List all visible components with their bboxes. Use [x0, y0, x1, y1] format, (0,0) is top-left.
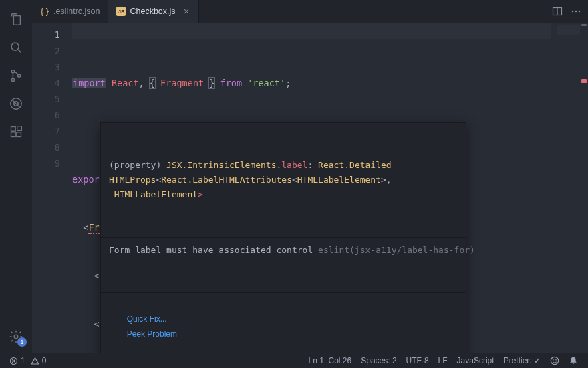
- svg-point-13: [575, 11, 577, 13]
- svg-point-18: [555, 359, 557, 361]
- eol-status[interactable]: LF: [434, 356, 452, 365]
- status-bar: 1 0 Ln 1, Col 26 Spaces: 2 UTF-8 LF Java…: [0, 353, 588, 368]
- tab-label: .eslintrc.json: [53, 7, 100, 16]
- line-number: 4: [32, 75, 72, 91]
- braces-icon: { }: [40, 7, 49, 16]
- debug-disabled-icon[interactable]: [0, 90, 32, 118]
- minimap[interactable]: [557, 25, 580, 159]
- quick-fix-link[interactable]: Quick Fix...: [127, 314, 167, 324]
- svg-point-17: [553, 359, 554, 361]
- activity-bar: 1: [0, 0, 32, 353]
- manage-badge: 1: [17, 337, 27, 347]
- line-number: 6: [32, 107, 72, 123]
- cursor-position[interactable]: Ln 1, Col 26: [304, 356, 357, 365]
- svg-point-12: [572, 11, 574, 13]
- editor-tabs: { } .eslintrc.json JS Checkbox.js: [32, 0, 588, 23]
- explorer-icon[interactable]: [0, 5, 32, 33]
- encoding-status[interactable]: UTF-8: [402, 356, 434, 365]
- manage-icon[interactable]: 1: [0, 323, 32, 351]
- hover-message: Form label must have associated control …: [101, 237, 466, 263]
- line-number: 8: [32, 139, 72, 155]
- editor[interactable]: 1 2 3 4 5 6 7 8 9 import React, { Fragme…: [32, 23, 588, 353]
- warning-count: 0: [42, 356, 47, 365]
- code-area[interactable]: import React, { Fragment } from 'react';…: [72, 23, 588, 353]
- hover-signature: (property) JSX.IntrinsicElements.label: …: [101, 153, 466, 207]
- line-number: 9: [32, 155, 72, 171]
- notifications-icon[interactable]: [564, 356, 583, 365]
- feedback-icon[interactable]: [545, 356, 564, 365]
- svg-point-2: [11, 78, 14, 81]
- error-count: 1: [21, 356, 25, 365]
- line-number: 7: [32, 123, 72, 139]
- overview-ruler[interactable]: [580, 23, 588, 353]
- svg-rect-9: [17, 126, 22, 131]
- minimap-slider[interactable]: [557, 25, 580, 35]
- line-number: 2: [32, 43, 72, 59]
- svg-rect-8: [17, 132, 21, 137]
- svg-point-0: [11, 43, 19, 50]
- tab-actions: [545, 0, 588, 23]
- svg-point-14: [579, 11, 581, 13]
- prettier-status[interactable]: Prettier: ✓: [499, 356, 545, 365]
- search-icon[interactable]: [0, 33, 32, 62]
- tab-checkbox[interactable]: JS Checkbox.js: [108, 0, 198, 23]
- line-number: 5: [32, 91, 72, 107]
- activity-spacer: [0, 146, 32, 323]
- current-line-highlight: [72, 23, 551, 39]
- extensions-icon[interactable]: [0, 118, 32, 146]
- svg-point-16: [551, 357, 558, 364]
- svg-point-1: [11, 70, 14, 72]
- line-number: 3: [32, 59, 72, 75]
- tab-eslintrc[interactable]: { } .eslintrc.json: [32, 0, 108, 23]
- line-number: 1: [32, 27, 72, 43]
- scroll-cursor-mark: [581, 24, 587, 26]
- peek-problem-link[interactable]: Peek Problem: [127, 329, 177, 339]
- split-editor-icon[interactable]: [552, 6, 563, 17]
- js-icon: JS: [116, 7, 126, 16]
- more-icon[interactable]: [571, 6, 581, 17]
- hover-actions: Quick Fix... Peek Problem: [101, 292, 466, 361]
- language-status[interactable]: JavaScript: [452, 356, 499, 365]
- tab-label: Checkbox.js: [130, 7, 175, 16]
- indentation-status[interactable]: Spaces: 2: [356, 356, 401, 365]
- svg-rect-6: [11, 127, 16, 132]
- line-gutter: 1 2 3 4 5 6 7 8 9: [32, 23, 72, 353]
- hover-widget: (property) JSX.IntrinsicElements.label: …: [100, 122, 466, 368]
- code-line: import React, { Fragment } from 'react';: [72, 75, 588, 91]
- close-icon[interactable]: [182, 7, 190, 15]
- scroll-error-mark: [581, 79, 587, 83]
- svg-rect-7: [11, 132, 16, 137]
- problems-status[interactable]: 1 0: [5, 356, 50, 365]
- source-control-icon[interactable]: [0, 62, 32, 90]
- svg-point-10: [14, 335, 18, 339]
